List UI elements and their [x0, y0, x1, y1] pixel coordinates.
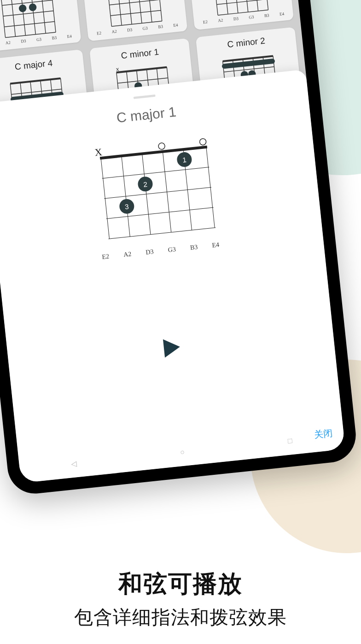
svg-line-79	[102, 167, 210, 178]
svg-line-29	[213, 0, 218, 15]
svg-line-5	[1, 0, 6, 37]
back-icon[interactable]: ◁	[71, 459, 77, 468]
finger-number: 3	[124, 202, 129, 211]
svg-line-30	[223, 0, 228, 14]
svg-line-84	[122, 156, 130, 236]
svg-line-83	[101, 158, 109, 239]
open-string-marker	[199, 138, 206, 145]
svg-line-21	[137, 0, 142, 23]
chord-card[interactable]: E2A2D3G3B3E4	[81, 0, 187, 41]
svg-marker-92	[163, 337, 181, 357]
chord-detail-modal: C major 1 X	[0, 69, 345, 483]
svg-line-6	[11, 0, 16, 36]
svg-line-88	[206, 147, 215, 228]
svg-line-18	[107, 0, 112, 26]
svg-line-33	[254, 0, 258, 11]
svg-line-9	[41, 0, 46, 33]
svg-line-27	[217, 0, 267, 5]
recents-icon[interactable]: □	[287, 437, 293, 445]
svg-line-10	[51, 0, 56, 32]
svg-line-80	[104, 187, 211, 198]
modal-title: C major 1	[0, 91, 298, 139]
svg-line-2	[3, 11, 53, 16]
finger-number: 2	[143, 180, 148, 189]
home-icon[interactable]: ○	[180, 448, 185, 457]
play-button[interactable]	[158, 335, 183, 362]
mute-marker: X	[94, 146, 103, 159]
svg-point-12	[29, 3, 37, 12]
open-string-marker	[158, 142, 165, 149]
chord-card[interactable]: E2A2D3G3B3E4	[0, 0, 82, 53]
svg-line-3	[4, 22, 54, 27]
caption-line-2: 包含详细指法和拨弦效果	[0, 605, 361, 630]
svg-line-34	[264, 0, 268, 10]
chord-diagram: X	[90, 135, 221, 261]
svg-line-86	[163, 152, 171, 232]
promo-caption: 和弦可播放 包含详细指法和拨弦效果	[0, 568, 361, 630]
svg-line-85	[142, 154, 151, 235]
svg-line-1	[2, 0, 52, 5]
svg-line-50	[116, 67, 167, 72]
svg-line-15	[109, 0, 159, 5]
caption-line-1: 和弦可播放	[0, 568, 361, 600]
phone-screen: E2A2D3G3B3E4 E2A2D3G3B3E4	[0, 0, 345, 483]
svg-point-11	[18, 4, 27, 12]
play-icon	[158, 335, 183, 360]
svg-line-82	[109, 228, 216, 239]
finger-number: 1	[182, 156, 186, 164]
svg-line-16	[111, 11, 161, 16]
drag-handle[interactable]	[134, 95, 156, 99]
svg-line-51	[117, 78, 168, 83]
chord-card[interactable]: E2A2D3G3B3E4	[187, 0, 294, 30]
svg-line-31	[233, 0, 238, 13]
svg-line-20	[127, 0, 132, 24]
svg-line-35	[10, 78, 60, 83]
phone-frame: E2A2D3G3B3E4 E2A2D3G3B3E4	[0, 0, 359, 496]
